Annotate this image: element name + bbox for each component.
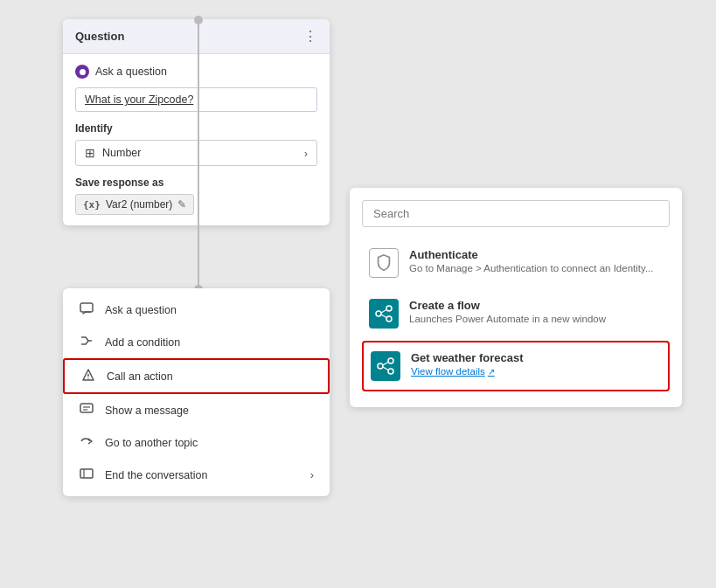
- svg-rect-7: [80, 469, 93, 478]
- question-input-display[interactable]: What is your Zipcode?: [75, 87, 317, 112]
- svg-point-9: [376, 311, 381, 316]
- var-name: Var2 (number): [106, 198, 172, 211]
- end-conversation-icon: [79, 467, 94, 483]
- action-item-ask-question[interactable]: Ask a question: [63, 294, 330, 326]
- create-flow-title: Create a flow: [409, 299, 663, 312]
- question-card-title: Question: [75, 30, 124, 43]
- ask-question-icon: [79, 301, 94, 318]
- svg-line-17: [383, 363, 388, 366]
- action-item-end-conversation[interactable]: End the conversation ›: [63, 459, 330, 491]
- add-condition-label: Add a condition: [105, 336, 314, 349]
- view-flow-details-link[interactable]: View flow details ↗: [411, 366, 661, 377]
- create-flow-icon-box: [369, 299, 399, 329]
- panel-item-create-flow[interactable]: Create a flow Launches Power Automate in…: [362, 290, 670, 337]
- action-item-add-condition[interactable]: Add a condition: [63, 326, 330, 358]
- authenticate-content: Authenticate Go to Manage > Authenticati…: [409, 248, 663, 273]
- identify-chevron-icon: ›: [304, 147, 308, 160]
- action-item-call-action[interactable]: Call an action: [63, 358, 330, 394]
- canvas: Question ⋮ Ask a question What is your Z…: [0, 0, 716, 588]
- var-chip: {x} Var2 (number) ✎: [75, 194, 194, 215]
- identify-dropdown[interactable]: ⊞ Number ›: [75, 140, 317, 166]
- svg-line-12: [381, 310, 386, 314]
- show-message-label: Show a message: [105, 405, 314, 417]
- go-to-topic-label: Go to another topic: [105, 437, 314, 449]
- ask-question-label: Ask a question: [95, 66, 167, 78]
- svg-point-15: [388, 358, 393, 363]
- save-response-label: Save response as: [75, 176, 317, 189]
- right-panel: Authenticate Go to Manage > Authenticati…: [350, 188, 682, 407]
- external-link-icon: ↗: [488, 367, 495, 377]
- show-message-icon: [79, 402, 94, 419]
- add-condition-icon: [79, 334, 94, 350]
- panel-item-authenticate[interactable]: Authenticate Go to Manage > Authenticati…: [362, 239, 670, 287]
- connector-line: [198, 19, 199, 290]
- action-item-show-message[interactable]: Show a message: [63, 394, 330, 426]
- edit-icon[interactable]: ✎: [177, 198, 186, 211]
- svg-line-18: [383, 367, 388, 370]
- get-weather-title: Get weather forecast: [411, 351, 661, 364]
- three-dot-menu[interactable]: ⋮: [303, 28, 317, 45]
- call-action-label: Call an action: [107, 370, 312, 383]
- svg-point-16: [388, 369, 393, 374]
- question-highlight: Zipcode?: [149, 93, 193, 106]
- authenticate-title: Authenticate: [409, 248, 663, 261]
- svg-line-13: [381, 315, 386, 318]
- flow-icon: [375, 305, 393, 322]
- identify-value: Number: [102, 147, 141, 159]
- shield-icon: [375, 253, 393, 273]
- question-card-body: Ask a question What is your Zipcode? Ide…: [63, 54, 330, 225]
- view-flow-details-text: View flow details: [411, 366, 485, 377]
- authenticate-icon-box: [369, 248, 399, 278]
- go-to-topic-icon: [79, 434, 94, 451]
- svg-point-14: [378, 363, 383, 369]
- svg-rect-4: [80, 404, 93, 412]
- panel-item-get-weather[interactable]: Get weather forecast View flow details ↗: [362, 341, 670, 391]
- create-flow-subtitle: Launches Power Automate in a new window: [409, 314, 663, 324]
- call-action-icon: [80, 368, 96, 384]
- svg-point-11: [386, 316, 392, 322]
- purple-circle-icon: [75, 65, 89, 79]
- purple-circle-inner: [80, 69, 86, 75]
- search-input[interactable]: [362, 200, 670, 227]
- number-icon: ⊞: [85, 146, 95, 160]
- get-weather-content: Get weather forecast View flow details ↗: [411, 351, 661, 377]
- svg-point-3: [87, 377, 88, 378]
- ask-question-row: Ask a question: [75, 65, 317, 79]
- question-card-header: Question ⋮: [63, 19, 330, 54]
- end-conversation-label: End the conversation: [105, 469, 300, 481]
- ask-question-label: Ask a question: [105, 304, 314, 316]
- action-item-go-to-topic[interactable]: Go to another topic: [63, 426, 330, 459]
- get-weather-icon-box: [371, 351, 400, 381]
- svg-point-10: [386, 306, 392, 311]
- action-menu: Ask a question Add a condition Call an a…: [63, 288, 330, 496]
- weather-flow-icon: [377, 357, 394, 375]
- identify-label: Identify: [75, 122, 317, 135]
- end-conversation-chevron-icon: ›: [310, 468, 314, 481]
- create-flow-content: Create a flow Launches Power Automate in…: [409, 299, 663, 324]
- var-icon: {x}: [83, 199, 101, 211]
- svg-rect-0: [80, 303, 93, 312]
- question-text: What is your: [85, 93, 149, 106]
- question-card: Question ⋮ Ask a question What is your Z…: [63, 19, 330, 225]
- authenticate-subtitle: Go to Manage > Authentication to connect…: [409, 263, 663, 273]
- identify-dropdown-left: ⊞ Number: [85, 146, 141, 160]
